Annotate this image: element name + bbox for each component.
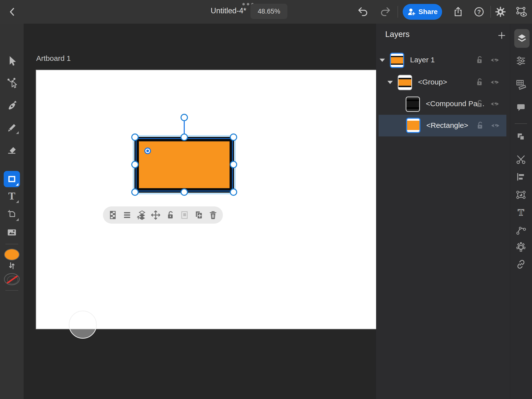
fill-color-well[interactable] — [4, 249, 20, 261]
layers-panel-title: Layers — [385, 30, 410, 39]
gear-icon — [495, 6, 506, 17]
layer-row-compound-path[interactable]: <Compound Pa… — [376, 93, 510, 115]
tool-image[interactable] — [3, 223, 21, 241]
share-button[interactable]: Share — [403, 4, 442, 20]
resize-handle-se[interactable] — [230, 188, 237, 196]
transparency-icon — [108, 210, 118, 220]
tool-pencil[interactable] — [3, 118, 21, 136]
tool-select[interactable] — [3, 52, 21, 70]
layer-thumbnail[interactable] — [390, 53, 404, 68]
panel-tab-comments[interactable] — [515, 102, 527, 113]
resize-handle-e[interactable] — [230, 161, 237, 168]
tool-artboard[interactable] — [3, 205, 21, 223]
properties-button[interactable] — [121, 209, 133, 221]
export-button[interactable] — [451, 5, 465, 19]
layer-name[interactable]: <Rectangle> — [426, 121, 468, 130]
visibility-toggle[interactable] — [490, 55, 500, 65]
lock-toggle[interactable] — [475, 121, 484, 130]
layer-name[interactable]: Layer 1 — [410, 56, 435, 64]
resize-handle-ne[interactable] — [230, 133, 237, 141]
svg-text:T: T — [8, 190, 16, 202]
panel-tab-transform[interactable] — [515, 189, 527, 200]
preview-mode-button[interactable] — [515, 5, 528, 19]
svg-text:?: ? — [477, 9, 481, 15]
rail-divider — [5, 290, 18, 291]
panel-tab-repeat[interactable] — [515, 241, 527, 253]
layer-thumbnail[interactable] — [406, 118, 420, 133]
layer-row-group[interactable]: <Group> — [376, 71, 510, 93]
artboard-label[interactable]: Artboard 1 — [36, 54, 71, 63]
layer-row-rectangle-selected[interactable]: <Rectangle> — [379, 115, 506, 136]
visibility-toggle[interactable] — [490, 121, 500, 131]
tool-pen[interactable] — [3, 97, 21, 115]
layer-thumbnail[interactable] — [398, 75, 412, 90]
rotation-handle[interactable] — [181, 114, 188, 121]
opacity-button[interactable] — [106, 209, 119, 221]
redo-icon — [380, 6, 391, 17]
link-icon — [515, 259, 526, 270]
panel-tab-trim[interactable] — [515, 154, 527, 165]
panel-tab-align[interactable] — [515, 171, 527, 183]
eye-icon — [490, 55, 500, 65]
type-outline-icon: T — [515, 207, 526, 218]
swap-fill-stroke[interactable] — [3, 259, 21, 272]
tool-type[interactable]: T — [3, 187, 21, 205]
panel-tab-path-edit[interactable] — [515, 225, 527, 236]
visibility-toggle[interactable] — [490, 77, 500, 87]
lock-button[interactable] — [164, 209, 177, 221]
align-left-icon — [515, 171, 526, 182]
layer-name[interactable]: <Group> — [418, 78, 447, 86]
redo-button[interactable] — [378, 5, 392, 19]
resize-handle-n[interactable] — [181, 133, 188, 141]
arrange-button[interactable] — [135, 209, 148, 221]
duplicate-button[interactable] — [192, 209, 205, 221]
pen-icon — [6, 100, 17, 111]
undo-button[interactable] — [356, 5, 370, 19]
layer-row-layer1[interactable]: Layer 1 — [376, 49, 510, 71]
panel-tab-properties[interactable] — [515, 55, 527, 66]
layers-icon — [516, 33, 527, 44]
resize-handle-w[interactable] — [131, 161, 139, 168]
tool-rail: T — [0, 24, 24, 399]
tool-rectangle-active[interactable] — [4, 171, 20, 187]
collapse-triangle-icon[interactable] — [387, 81, 393, 84]
layer-thumbnail[interactable] — [406, 97, 420, 112]
tool-direct-select[interactable] — [3, 74, 21, 92]
lock-toggle[interactable] — [475, 55, 484, 65]
help-button[interactable]: ? — [472, 5, 486, 19]
move-arrows-icon — [150, 210, 161, 220]
lock-toggle[interactable] — [475, 77, 484, 87]
panel-tab-libraries[interactable] — [515, 259, 527, 270]
selected-rectangle[interactable] — [139, 141, 230, 188]
panel-tab-layers-active[interactable] — [514, 29, 530, 48]
panel-tab-type[interactable]: T — [515, 207, 527, 218]
add-person-icon — [407, 7, 416, 16]
duplicate-icon — [194, 210, 204, 220]
add-layer-button[interactable] — [497, 31, 507, 40]
stroke-color-well[interactable] — [4, 273, 20, 285]
resize-handle-sw[interactable] — [131, 188, 139, 196]
back-button[interactable] — [5, 5, 19, 19]
context-action-bar — [103, 206, 223, 224]
settings-button[interactable] — [494, 5, 507, 19]
touch-shortcut[interactable] — [69, 311, 97, 339]
unlock-icon — [475, 99, 484, 108]
lock-toggle[interactable] — [475, 99, 484, 108]
tool-eraser[interactable] — [3, 140, 21, 157]
delete-button[interactable] — [207, 209, 219, 221]
panel-tab-combine[interactable] — [515, 131, 527, 142]
zoom-level-control[interactable]: 48.65% — [250, 4, 287, 19]
collapse-triangle-icon[interactable] — [380, 59, 385, 62]
artboard[interactable] — [36, 70, 376, 329]
resize-handle-nw[interactable] — [131, 133, 139, 141]
curve-nodes-icon — [515, 225, 526, 236]
visibility-toggle[interactable] — [490, 99, 500, 109]
direct-selection-icon — [6, 77, 18, 89]
anchor-target-dot[interactable] — [144, 148, 151, 154]
swap-arrows-icon — [7, 261, 17, 271]
resize-handle-s[interactable] — [181, 188, 188, 196]
mask-icon — [180, 210, 189, 220]
eye-icon — [490, 99, 500, 109]
move-button[interactable] — [149, 209, 162, 221]
panel-tab-precision[interactable] — [515, 79, 527, 90]
